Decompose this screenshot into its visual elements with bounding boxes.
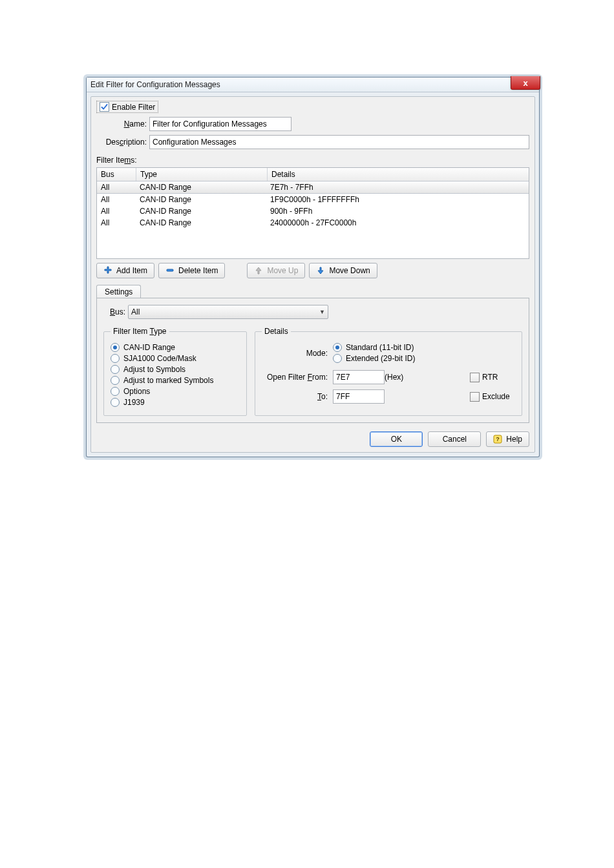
bus-dropdown[interactable]: All ▼	[128, 305, 328, 319]
col-details[interactable]: Details	[268, 168, 529, 181]
description-label: Description:	[96, 138, 149, 147]
radio-icon	[111, 398, 120, 407]
cancel-button[interactable]: Cancel	[428, 431, 481, 447]
svg-rect-0	[167, 269, 173, 271]
table-row[interactable]: AllCAN-ID Range7E7h - 7FFh	[97, 181, 529, 194]
table-row[interactable]: AllCAN-ID Range24000000h - 27FC0000h	[97, 217, 529, 229]
filter-item-type-legend: Filter Item Type	[111, 327, 169, 336]
filter-type-radio[interactable]: SJA1000 Code/Mask	[111, 354, 240, 363]
to-label: To:	[317, 392, 333, 401]
add-item-button[interactable]: Add Item	[96, 263, 154, 278]
tab-settings[interactable]: Settings	[96, 285, 141, 298]
move-down-button[interactable]: Move Down	[309, 263, 377, 278]
hex-label: (Hex)	[385, 373, 450, 382]
window-title: Edit Filter for Configuration Messages	[90, 80, 535, 89]
filter-type-radio[interactable]: Adjust to Symbols	[111, 365, 240, 374]
filter-type-radio[interactable]: CAN-ID Range	[111, 343, 240, 352]
dialog-window: Edit Filter for Configuration Messages x…	[87, 78, 539, 457]
close-button[interactable]: x	[511, 76, 540, 90]
svg-text:?: ?	[496, 436, 500, 442]
radio-icon	[333, 343, 342, 352]
radio-icon	[111, 354, 120, 363]
details-group: Details Mode: Standard (11-bit ID)	[255, 327, 522, 416]
delete-item-button[interactable]: Delete Item	[158, 263, 225, 278]
radio-icon	[111, 376, 120, 385]
description-input[interactable]	[149, 135, 529, 149]
chevron-down-icon: ▼	[319, 309, 325, 315]
help-icon: ?	[493, 435, 502, 444]
settings-panel: Bus: All ▼ Filter Item Type CAN-ID Range…	[96, 298, 529, 423]
mode-extended-radio[interactable]: Extended (29-bit ID)	[333, 354, 515, 363]
filter-type-radio[interactable]: Adjust to marked Symbols	[111, 376, 240, 385]
col-bus[interactable]: Bus	[97, 168, 136, 181]
radio-icon	[333, 354, 342, 363]
name-input[interactable]	[149, 117, 291, 131]
minus-icon	[165, 266, 175, 275]
col-type[interactable]: Type	[136, 168, 268, 181]
mode-label: Mode:	[306, 349, 333, 358]
details-legend: Details	[262, 327, 291, 336]
move-up-button[interactable]: Move Up	[247, 263, 305, 278]
radio-icon	[111, 365, 120, 374]
radio-icon	[111, 343, 120, 352]
help-button[interactable]: ? Help	[486, 431, 529, 447]
filter-type-radio[interactable]: Options	[111, 387, 240, 396]
bus-label: Bus:	[103, 307, 128, 316]
arrow-up-icon	[254, 266, 263, 275]
mode-standard-radio[interactable]: Standard (11-bit ID)	[333, 343, 515, 352]
table-row[interactable]: AllCAN-ID Range900h - 9FFh	[97, 205, 529, 217]
from-input[interactable]	[333, 370, 385, 384]
filter-type-radio[interactable]: J1939	[111, 398, 240, 407]
close-icon: x	[523, 78, 527, 88]
arrow-down-icon	[316, 266, 325, 275]
checkmark-icon	[100, 102, 109, 112]
rtr-checkbox[interactable]: RTR	[470, 373, 515, 382]
name-label: Name:	[96, 119, 149, 129]
ok-button[interactable]: OK	[370, 431, 423, 447]
filter-items-list[interactable]: Bus Type Details AllCAN-ID Range7E7h - 7…	[96, 167, 529, 259]
enable-filter-label: Enable Filter	[112, 103, 155, 112]
table-row[interactable]: AllCAN-ID Range1F9C0000h - 1FFFFFFFh	[97, 194, 529, 205]
grid-header: Bus Type Details	[97, 168, 529, 181]
filter-items-label: Filter Items:	[96, 156, 529, 165]
to-input[interactable]	[333, 389, 385, 404]
radio-icon	[111, 387, 120, 396]
title-bar: Edit Filter for Configuration Messages x	[87, 78, 539, 92]
exclude-checkbox[interactable]: Exclude	[470, 392, 515, 402]
enable-filter-checkbox[interactable]: Enable Filter	[96, 101, 158, 113]
from-label: Open Filter From:	[267, 373, 333, 382]
plus-icon	[103, 266, 112, 275]
filter-item-type-group: Filter Item Type CAN-ID RangeSJA1000 Cod…	[103, 327, 247, 416]
